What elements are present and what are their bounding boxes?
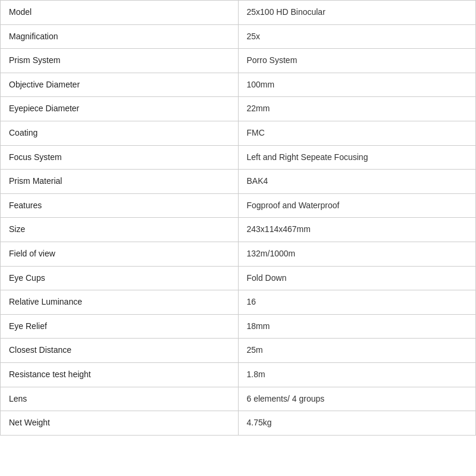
spec-label: Features <box>1 193 239 218</box>
table-row: FeaturesFogproof and Waterproof <box>1 193 476 218</box>
table-row: Relative Luminance16 <box>1 290 476 315</box>
table-row: Eyepiece Diameter22mm <box>1 97 476 121</box>
spec-label: Size <box>1 218 239 242</box>
spec-label: Eyepiece Diameter <box>1 97 239 121</box>
spec-value: Left and Right Sepeate Focusing <box>238 145 476 170</box>
spec-value: 132m/1000m <box>238 242 476 266</box>
spec-value: 25x100 HD Binocular <box>238 1 476 25</box>
spec-value: 4.75kg <box>238 411 476 436</box>
spec-label: Closest Distance <box>1 339 239 363</box>
table-row: CoatingFMC <box>1 121 476 145</box>
spec-value: 6 elements/ 4 groups <box>238 387 476 411</box>
table-row: Eye CupsFold Down <box>1 266 476 290</box>
spec-value: Fold Down <box>238 266 476 290</box>
table-row: Model25x100 HD Binocular <box>1 1 476 25</box>
spec-label: Focus System <box>1 145 239 170</box>
spec-value: 100mm <box>238 73 476 97</box>
table-row: Size243x114x467mm <box>1 218 476 242</box>
spec-value: 25x <box>238 24 476 49</box>
spec-table: Model25x100 HD BinocularMagnification25x… <box>0 0 476 436</box>
table-row: Objective Diameter100mm <box>1 73 476 97</box>
spec-value: FMC <box>238 121 476 145</box>
table-row: Focus SystemLeft and Right Sepeate Focus… <box>1 145 476 170</box>
table-row: Prism SystemPorro System <box>1 49 476 73</box>
spec-label: Resistance test height <box>1 362 239 387</box>
spec-label: Coating <box>1 121 239 145</box>
table-row: Eye Relief18mm <box>1 314 476 339</box>
spec-label: Field of view <box>1 242 239 266</box>
spec-label: Relative Luminance <box>1 290 239 315</box>
table-row: Magnification25x <box>1 24 476 49</box>
spec-value: 1.8m <box>238 362 476 387</box>
table-row: Resistance test height1.8m <box>1 362 476 387</box>
spec-value: 22mm <box>238 97 476 121</box>
spec-value: BAK4 <box>238 170 476 194</box>
spec-value: Porro System <box>238 49 476 73</box>
spec-label: Objective Diameter <box>1 73 239 97</box>
spec-label: Prism System <box>1 49 239 73</box>
spec-value: 243x114x467mm <box>238 218 476 242</box>
spec-value: 16 <box>238 290 476 315</box>
spec-label: Prism Material <box>1 170 239 194</box>
spec-label: Eye Relief <box>1 314 239 339</box>
spec-value: Fogproof and Waterproof <box>238 193 476 218</box>
table-row: Prism MaterialBAK4 <box>1 170 476 194</box>
table-row: Lens6 elements/ 4 groups <box>1 387 476 411</box>
table-row: Field of view132m/1000m <box>1 242 476 266</box>
table-row: Closest Distance25m <box>1 339 476 363</box>
spec-label: Magnification <box>1 24 239 49</box>
spec-label: Lens <box>1 387 239 411</box>
spec-label: Model <box>1 1 239 25</box>
spec-value: 25m <box>238 339 476 363</box>
spec-label: Eye Cups <box>1 266 239 290</box>
table-row: Net Weight4.75kg <box>1 411 476 436</box>
spec-label: Net Weight <box>1 411 239 436</box>
spec-value: 18mm <box>238 314 476 339</box>
